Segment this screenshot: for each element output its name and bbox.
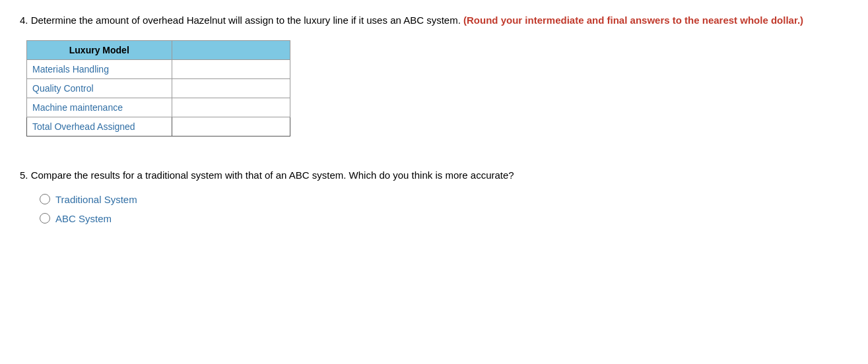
traditional-system-label: Traditional System xyxy=(55,194,137,205)
table-row: Machine maintenance xyxy=(27,98,290,117)
total-overhead-input[interactable] xyxy=(172,117,290,136)
abc-system-radio[interactable] xyxy=(40,213,50,224)
traditional-system-radio[interactable] xyxy=(40,194,50,204)
question-5-text: 5. Compare the results for a traditional… xyxy=(20,169,848,181)
materials-handling-input-cell xyxy=(172,59,290,78)
table-row: Quality Control xyxy=(27,78,290,98)
table-row: Materials Handling xyxy=(27,59,290,78)
traditional-system-option[interactable]: Traditional System xyxy=(40,194,848,205)
abc-system-option[interactable]: ABC System xyxy=(40,213,848,224)
table-header-label: Luxury Model xyxy=(27,40,172,59)
question-5-plain: Compare the results for a traditional sy… xyxy=(31,169,514,181)
machine-maintenance-label: Machine maintenance xyxy=(27,98,172,117)
abc-system-label: ABC System xyxy=(55,213,112,224)
question-5-section: 5. Compare the results for a traditional… xyxy=(20,169,848,224)
radio-group: Traditional System ABC System xyxy=(40,194,848,224)
materials-handling-input[interactable] xyxy=(172,60,290,78)
machine-maintenance-input-cell xyxy=(172,98,290,117)
quality-control-input[interactable] xyxy=(172,79,290,98)
table-header-value xyxy=(172,40,290,59)
question-4-section: 4. Determine the amount of overhead Haze… xyxy=(20,13,848,136)
table-header-row: Luxury Model xyxy=(27,40,290,59)
machine-maintenance-input[interactable] xyxy=(172,98,290,117)
quality-control-input-cell xyxy=(172,78,290,98)
quality-control-label: Quality Control xyxy=(27,78,172,98)
question-4-bold: (Round your intermediate and final answe… xyxy=(463,15,803,26)
total-overhead-input-cell xyxy=(172,117,290,136)
table-container: Luxury Model Materials Handling Quality … xyxy=(26,40,848,136)
question-4-plain: Determine the amount of overhead Hazelnu… xyxy=(31,15,461,26)
total-overhead-label: Total Overhead Assigned xyxy=(27,117,172,136)
total-overhead-row: Total Overhead Assigned xyxy=(27,117,290,136)
question-4-text: 4. Determine the amount of overhead Haze… xyxy=(20,13,848,28)
question-5-number: 5. xyxy=(20,169,28,181)
materials-handling-label: Materials Handling xyxy=(27,59,172,78)
question-4-number: 4. xyxy=(20,15,28,26)
luxury-model-table: Luxury Model Materials Handling Quality … xyxy=(26,40,290,136)
